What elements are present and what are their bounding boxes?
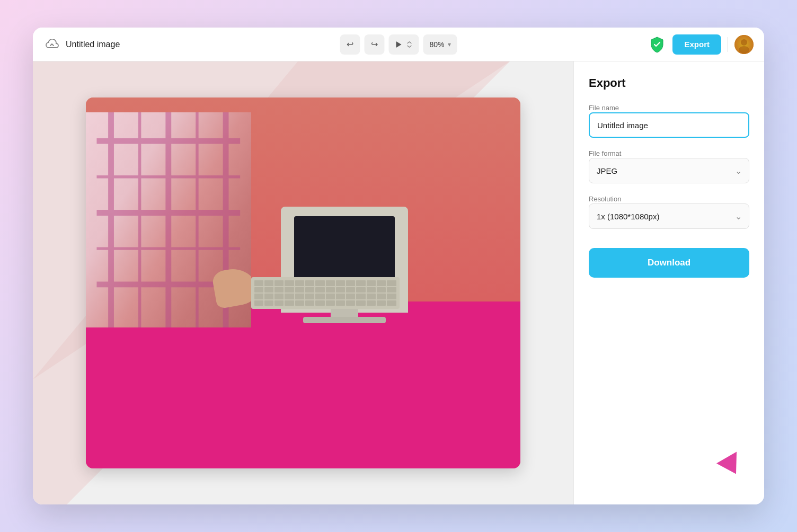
photo-content xyxy=(86,97,520,468)
redo-button[interactable]: ↪ xyxy=(364,34,384,55)
file-format-wrapper: JPEG PNG WebP SVG ⌄ xyxy=(589,158,749,183)
panel-title: Export xyxy=(589,76,749,90)
undo-button[interactable]: ↩ xyxy=(340,34,360,55)
topbar: Untitled image ↩ ↪ 80% ▾ xyxy=(33,28,764,61)
file-format-label: File format xyxy=(589,149,621,157)
avatar[interactable] xyxy=(734,35,754,54)
resolution-select[interactable]: 1x (1080*1080px) 2x (2160*2160px) 0.5x (… xyxy=(589,203,749,229)
resolution-label: Resolution xyxy=(589,195,621,203)
chevron-down-icon: ▾ xyxy=(448,41,451,48)
file-name-label: File name xyxy=(589,104,619,112)
key xyxy=(254,280,263,286)
main-content: Export File name File format JPEG PNG We… xyxy=(33,61,764,504)
file-name-input[interactable] xyxy=(589,112,749,138)
svg-point-3 xyxy=(739,46,749,54)
photo-keyboard xyxy=(251,277,400,309)
shield-icon xyxy=(648,36,666,54)
export-button[interactable]: Export xyxy=(672,34,721,55)
photo-arm xyxy=(86,112,251,327)
canvas-image xyxy=(86,97,520,468)
monitor-neck xyxy=(331,307,358,318)
keyboard-keys xyxy=(254,280,396,306)
cursor-arrow-icon xyxy=(716,451,746,480)
monitor-base xyxy=(303,317,386,323)
monitor-screen xyxy=(294,216,395,285)
doc-title: Untitled image xyxy=(66,40,120,49)
zoom-button[interactable]: 80% ▾ xyxy=(423,34,457,55)
side-panel: Export File name File format JPEG PNG We… xyxy=(573,61,764,504)
divider xyxy=(728,37,728,52)
cloud-icon xyxy=(43,36,60,53)
play-button[interactable] xyxy=(388,34,419,55)
svg-marker-0 xyxy=(396,41,401,48)
resolution-wrapper: 1x (1080*1080px) 2x (2160*2160px) 0.5x (… xyxy=(589,203,749,229)
svg-point-2 xyxy=(741,39,747,46)
canvas-area xyxy=(33,61,573,504)
app-window: Untitled image ↩ ↪ 80% ▾ xyxy=(33,28,764,504)
download-button[interactable]: Download xyxy=(589,248,749,278)
file-format-select[interactable]: JPEG PNG WebP SVG xyxy=(589,158,749,183)
topbar-center: ↩ ↪ 80% ▾ xyxy=(340,34,457,55)
